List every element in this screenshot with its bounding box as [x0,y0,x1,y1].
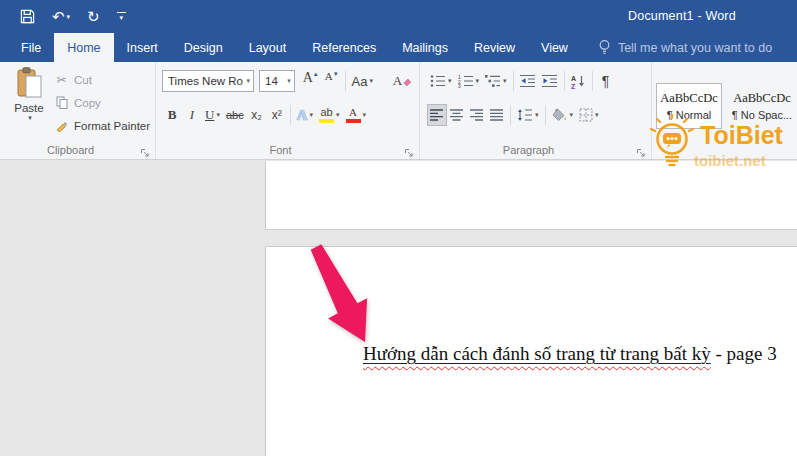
bullets-button[interactable]: ▾ [427,70,455,92]
page-1[interactable] [265,161,797,230]
text-effects-icon: A [297,107,308,124]
highlighter-icon: ab [319,107,334,123]
tab-mailings[interactable]: Mailings [389,33,461,62]
undo-button[interactable]: ↶▾ [52,9,70,24]
format-painter-button[interactable]: Format Painter [54,116,150,135]
font-dialog-launcher[interactable] [404,144,415,155]
style-card-no-spacing[interactable]: AaBbCcDc ¶ No Spac... [729,83,795,129]
tab-layout[interactable]: Layout [236,33,300,62]
word-window: ↶▾ ↻ ▾ Document1 - Word File Home Insert… [0,0,797,456]
chevron-down-icon: ▾ [448,77,452,85]
multilevel-list-icon [485,74,501,88]
shading-button[interactable]: ▾ [549,104,577,126]
chevron-down-icon: ▾ [570,111,574,119]
align-right-button[interactable] [467,104,487,126]
decrease-indent-icon [520,74,536,88]
bold-button[interactable]: B [162,104,182,126]
svg-text:A: A [571,74,576,81]
align-left-button[interactable] [427,104,447,126]
bullets-icon [430,74,446,88]
document-text-line: Hướng dẫn cách đánh số trang từ trang bấ… [363,343,777,365]
annotation-arrow [285,242,395,352]
underline-button[interactable]: U ▾ [202,104,223,126]
borders-button[interactable]: ▾ [576,104,602,126]
tell-me-box[interactable]: Tell me what you want to do [598,33,772,62]
clipboard-dialog-launcher[interactable] [140,144,151,155]
cut-button[interactable]: ✂ Cut [54,70,150,89]
chevron-down-icon: ▾ [369,77,373,85]
paragraph-group-label: Paragraph [420,144,637,156]
copy-button[interactable]: Copy [54,93,150,112]
font-color-icon: A [346,107,361,123]
paragraph-dialog-launcher[interactable] [636,144,647,155]
align-right-icon [470,109,484,121]
clipboard-group: Paste ▾ ✂ Cut Copy [0,62,156,159]
window-title: Document1 - Word [628,9,736,23]
justify-button[interactable] [487,104,507,126]
line-spacing-button[interactable]: ▾ [514,104,542,126]
sort-icon: A Z [571,74,586,89]
paste-dropdown-icon[interactable]: ▾ [28,114,32,122]
chevron-down-icon: ▾ [476,77,480,85]
align-center-button[interactable] [447,104,467,126]
multilevel-list-button[interactable]: ▾ [482,70,510,92]
tab-view[interactable]: View [528,33,581,62]
superscript-button[interactable]: x² [267,104,287,126]
shrink-font-button[interactable]: A▼ [322,70,342,92]
undo-dropdown-icon[interactable]: ▾ [67,13,71,20]
tab-home[interactable]: Home [54,33,113,62]
change-case-button[interactable]: Aa ▾ [349,70,376,92]
justify-icon [490,109,504,121]
chevron-down-icon: ▾ [216,111,220,119]
increase-indent-button[interactable] [539,70,561,92]
chevron-down-icon: ▾ [284,77,291,85]
numbering-icon: 123 [458,74,474,88]
strikethrough-button[interactable]: abc [223,104,247,126]
tab-insert[interactable]: Insert [114,33,171,62]
redo-button[interactable]: ↻ [87,9,100,24]
tab-design[interactable]: Design [171,33,236,62]
font-color-button[interactable]: A ▾ [343,104,370,126]
chevron-down-icon: ▾ [595,111,599,119]
save-button[interactable] [20,9,35,24]
svg-text:3: 3 [458,83,461,88]
sort-button[interactable]: A Z [568,70,589,92]
highlight-button[interactable]: ab ▾ [316,104,343,126]
style-card-normal[interactable]: AaBbCcDc ¶ Normal [656,83,722,129]
quick-access-toolbar: ↶▾ ↻ ▾ [20,9,126,24]
lightbulb-icon [598,39,611,56]
tab-review[interactable]: Review [461,33,528,62]
grow-font-button[interactable]: A▲ [300,70,322,92]
customize-qat-button[interactable]: ▾ [117,12,126,21]
pilcrow-icon: ¶ [602,73,610,89]
tab-references[interactable]: References [299,33,389,62]
chevron-down-icon: ▾ [503,77,507,85]
styles-group: AaBbCcDc ¶ Normal AaBbCcDc ¶ No Spac... [652,62,797,159]
font-size-combo[interactable]: 14 ▾ [259,70,295,92]
chevron-down-icon: ▾ [310,111,314,119]
chevron-down-icon: ▾ [336,111,340,119]
decrease-indent-button[interactable] [517,70,539,92]
text-effects-button[interactable]: A ▾ [294,104,316,126]
subscript-button[interactable]: x₂ [247,104,267,126]
caret-down-icon: ▼ [333,71,339,77]
line-spacing-icon [517,108,533,122]
numbering-button[interactable]: 123 ▾ [455,70,483,92]
customize-qat-icon [117,12,126,13]
font-name-combo[interactable]: Times New Ro ▾ [162,70,254,92]
font-group: Times New Ro ▾ 14 ▾ A▲ A▼ Aa ▾ [156,62,420,159]
redo-icon: ↻ [87,9,100,24]
paste-button[interactable]: Paste ▾ [7,67,51,139]
borders-icon [579,108,593,122]
paste-clipboard-icon [16,67,43,99]
tab-file[interactable]: File [8,33,54,62]
align-center-icon [450,109,464,121]
paragraph-group: ▾ 123 ▾ ▾ [420,62,652,159]
increase-indent-icon [542,74,558,88]
clear-formatting-button[interactable]: A [390,70,415,92]
spellchecked-phrase: Hướng dẫn cách đánh số trang từ trang bấ… [363,343,711,364]
show-hide-pilcrow-button[interactable]: ¶ [596,70,616,92]
dialog-launcher-icon [140,148,150,158]
italic-button[interactable]: I [182,104,202,126]
dialog-launcher-icon [404,148,414,158]
